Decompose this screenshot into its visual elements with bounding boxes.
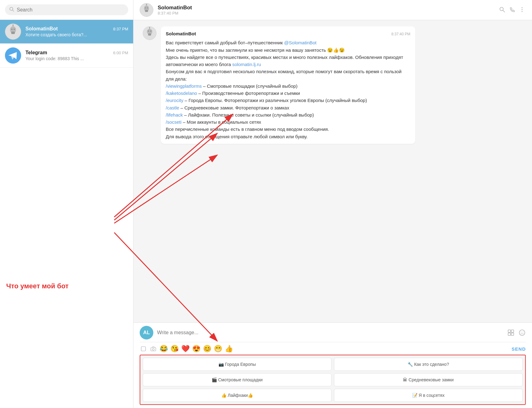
svg-point-38 [152, 348, 154, 350]
svg-line-1 [13, 10, 14, 11]
chat-header-avatar [140, 3, 153, 17]
svg-line-18 [503, 11, 505, 12]
svg-point-35 [523, 332, 523, 332]
message-row: SolomatinBot 8:37:40 PM Вас приветствует… [143, 26, 523, 144]
call-icon[interactable] [509, 7, 516, 13]
keyboard-btn-viewingplatforms[interactable]: 🎬 Смотровые площадки [143, 373, 331, 386]
emoji-icon[interactable] [518, 329, 526, 336]
send-button[interactable]: SEND [512, 346, 526, 352]
emoji-kiss[interactable]: 😘 [170, 345, 179, 353]
emoji-thumbsup[interactable]: 👍 [225, 345, 233, 353]
svg-point-21 [522, 11, 523, 12]
emoji-love-eyes[interactable]: 😍 [192, 345, 201, 353]
message-text: Вас приветствует самый добрый бот–путеше… [166, 39, 410, 140]
chat-info-telegram: Telegram 6:00 PM Your login code: 89883 … [25, 50, 128, 61]
keyboard-row-3: 👍 Лайфхаки👍 📝 Я в соцсетях [143, 389, 523, 402]
chat-preview-solomatinbot: Хотите создать своего бота?... [25, 32, 128, 37]
search-icon [9, 7, 14, 13]
svg-point-33 [519, 330, 525, 335]
emoji-set: 😂 😘 ❤️ 😍 😊 😁 👍 [140, 345, 233, 353]
svg-rect-29 [508, 330, 511, 332]
chat-time-solomatinbot: 8:37 PM [113, 27, 128, 31]
link-lifehack[interactable]: /lifehack [166, 112, 183, 118]
chat-header-name: SolomatinBot [158, 5, 192, 11]
svg-point-24 [148, 31, 149, 32]
chat-item-telegram[interactable]: Telegram 6:00 PM Your login code: 89883 … [0, 44, 133, 68]
svg-point-34 [521, 332, 521, 332]
chat-item-solomatinbot[interactable]: SolomatinBot 8:37 PM Хотите создать свое… [0, 20, 133, 44]
svg-rect-31 [508, 333, 511, 335]
chat-name-telegram: Telegram [25, 50, 47, 55]
input-area: AL [133, 322, 532, 408]
link-eurocity[interactable]: /eurocity [166, 98, 183, 103]
svg-point-12 [145, 7, 146, 8]
keyboard-row-1: 📷 Города Европы 🔧 Как это сделано? [143, 358, 523, 371]
search-input[interactable] [17, 7, 124, 13]
link-socseti[interactable]: /socseti [166, 119, 182, 125]
chat-name-solomatinbot: SolomatinBot [25, 26, 58, 32]
keyboard-btn-eurocity[interactable]: 📷 Города Европы [143, 358, 331, 371]
chat-header-status: 8:37:40 PM [158, 11, 192, 16]
keyboard-btn-kaketosdelano[interactable]: 🔧 Как это сделано? [334, 358, 523, 371]
search-input-wrap[interactable] [5, 4, 128, 15]
input-row: AL [140, 326, 526, 342]
svg-point-28 [149, 27, 150, 28]
emoji-laugh[interactable]: 😂 [160, 345, 168, 353]
keyboard-btn-castle[interactable]: 🏛 Средневековые замки [334, 373, 523, 386]
chat-header-info: SolomatinBot 8:37:40 PM [158, 5, 192, 16]
link-blog[interactable]: solomatin.lj.ru [232, 62, 261, 67]
user-avatar-input: AL [140, 326, 153, 339]
avatar-solomatinbot [5, 24, 21, 40]
chat-info-solomatinbot: SolomatinBot 8:37 PM Хотите создать свое… [25, 26, 128, 37]
chat-time-telegram: 6:00 PM [113, 51, 128, 55]
link-castle[interactable]: /castle [166, 105, 179, 110]
camera-icon[interactable] [150, 345, 157, 353]
menu-icon[interactable] [519, 7, 526, 13]
message-time: 8:37:40 PM [391, 31, 410, 37]
keyboard-btn-lifehack[interactable]: 👍 Лайфхаки👍 [143, 389, 331, 402]
emoji-heart[interactable]: ❤️ [181, 345, 190, 353]
emoji-grin[interactable]: 😁 [214, 345, 222, 353]
svg-point-5 [14, 29, 15, 30]
chat-list: SolomatinBot 8:37 PM Хотите создать свое… [0, 20, 133, 408]
svg-point-19 [522, 7, 523, 8]
svg-point-25 [150, 31, 151, 32]
svg-point-8 [12, 24, 14, 26]
emoji-send-row: 😂 😘 ❤️ 😍 😊 😁 👍 SEND [140, 342, 526, 353]
message-input[interactable] [157, 330, 503, 335]
grid-icon[interactable] [507, 329, 515, 336]
link-solomatinbot[interactable]: @SolomatinBot [284, 40, 316, 45]
svg-point-20 [522, 9, 523, 10]
svg-rect-36 [141, 347, 146, 351]
chat-main: SolomatinBot 8:37:40 PM [133, 0, 532, 408]
chat-preview-telegram: Your login code: 89883 This ... [25, 56, 128, 61]
attachment-icon[interactable] [140, 345, 147, 353]
avatar-telegram [5, 47, 21, 64]
search-chat-icon[interactable] [499, 7, 506, 13]
keyboard-row-2: 🎬 Смотровые площадки 🏛 Средневековые зам… [143, 373, 523, 386]
link-kaketosdelano[interactable]: /kaketosdelano [166, 91, 197, 96]
svg-rect-6 [11, 32, 15, 34]
search-bar [0, 0, 133, 20]
link-viewingplatforms[interactable]: /viewingplatforms [166, 83, 202, 89]
sidebar: SolomatinBot 8:37 PM Хотите создать свое… [0, 0, 133, 408]
chat-header: SolomatinBot 8:37:40 PM [133, 0, 532, 20]
svg-point-17 [500, 7, 503, 11]
message-sender: SolomatinBot [166, 30, 196, 37]
svg-point-4 [11, 29, 12, 30]
svg-rect-26 [148, 33, 151, 36]
messages-area: SolomatinBot 8:37:40 PM Вас приветствует… [133, 20, 532, 322]
emoji-smile[interactable]: 😊 [203, 345, 211, 353]
bot-keyboard: 📷 Города Европы 🔧 Как это сделано? 🎬 Смо… [140, 355, 526, 405]
svg-rect-30 [511, 330, 514, 332]
svg-rect-32 [511, 333, 514, 335]
svg-point-13 [147, 7, 148, 8]
chat-header-actions [499, 7, 526, 13]
message-header: SolomatinBot 8:37:40 PM [166, 30, 410, 37]
svg-point-16 [146, 4, 147, 5]
input-icons [507, 329, 526, 336]
bot-message-avatar [143, 26, 156, 40]
bot-message-bubble: SolomatinBot 8:37:40 PM Вас приветствует… [161, 26, 415, 144]
svg-rect-14 [145, 10, 148, 12]
keyboard-btn-socseti[interactable]: 📝 Я в соцсетях [334, 389, 523, 402]
